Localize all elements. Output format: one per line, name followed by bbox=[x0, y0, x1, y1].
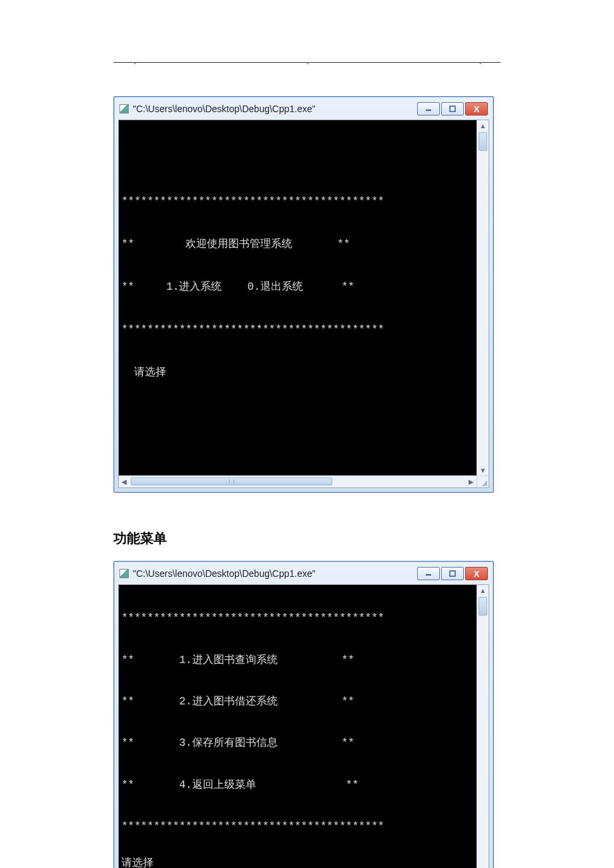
console-border: ****************************************… bbox=[119, 817, 477, 837]
console-line: ** 1.进入系统 0.退出系统 ** bbox=[119, 276, 477, 298]
titlebar[interactable]: "C:\Users\lenovo\Desktop\Debug\Cpp1.exe"… bbox=[118, 566, 489, 584]
close-button[interactable]: X bbox=[465, 102, 488, 116]
console-window-2: "C:\Users\lenovo\Desktop\Debug\Cpp1.exe"… bbox=[113, 561, 494, 868]
maximize-icon bbox=[449, 570, 456, 577]
minimize-button[interactable] bbox=[417, 567, 440, 580]
vertical-scrollbar[interactable]: ▲ ▼ bbox=[477, 585, 489, 868]
console-line bbox=[119, 148, 477, 170]
app-icon bbox=[119, 569, 129, 578]
console-menu-item: ** 3.保存所有图书信息 ** bbox=[119, 733, 477, 754]
header-rule: . . . . . . bbox=[113, 53, 501, 63]
maximize-button[interactable] bbox=[441, 567, 464, 580]
console-prompt: 请选择 bbox=[119, 858, 477, 868]
console-area: ****************************************… bbox=[118, 584, 489, 868]
header-dot: . . bbox=[306, 58, 308, 65]
scroll-up-icon[interactable]: ▲ bbox=[477, 585, 489, 596]
console-area: ****************************************… bbox=[118, 120, 489, 488]
vertical-scrollbar[interactable]: ▲ ▼ bbox=[477, 120, 489, 475]
console-output[interactable]: ****************************************… bbox=[119, 120, 477, 475]
horizontal-scrollbar[interactable]: ◀ ▶ bbox=[119, 475, 477, 487]
scroll-thumb[interactable] bbox=[479, 132, 487, 151]
console-menu-item: ** 1.进入图书查询系统 ** bbox=[119, 650, 477, 671]
app-icon bbox=[119, 104, 129, 114]
header-dot: . . bbox=[133, 58, 135, 65]
scroll-right-icon[interactable]: ▶ bbox=[466, 476, 477, 487]
section-heading-function-menu: 功能菜单 bbox=[113, 529, 501, 548]
close-button[interactable]: X bbox=[465, 567, 488, 580]
scroll-up-icon[interactable]: ▲ bbox=[477, 120, 489, 131]
console-border: ****************************************… bbox=[119, 608, 477, 629]
console-border: ****************************************… bbox=[119, 191, 477, 212]
svg-rect-3 bbox=[450, 571, 455, 576]
svg-rect-1 bbox=[450, 106, 455, 112]
minimize-icon bbox=[425, 570, 432, 577]
console-border: ****************************************… bbox=[119, 319, 477, 341]
minimize-button[interactable] bbox=[417, 102, 440, 116]
console-menu-item: ** 2.进入图书借还系统 ** bbox=[119, 692, 477, 712]
maximize-icon bbox=[449, 105, 456, 112]
scroll-down-icon[interactable]: ▼ bbox=[477, 465, 489, 475]
console-prompt: 请选择 bbox=[119, 362, 477, 383]
scroll-thumb[interactable] bbox=[479, 597, 487, 616]
console-output[interactable]: ****************************************… bbox=[119, 585, 477, 868]
minimize-icon bbox=[425, 105, 432, 112]
scroll-thumb[interactable] bbox=[131, 477, 332, 485]
close-icon: X bbox=[474, 569, 480, 579]
titlebar[interactable]: "C:\Users\lenovo\Desktop\Debug\Cpp1.exe"… bbox=[118, 101, 489, 120]
console-line: ** 欢迎使用图书管理系统 ** bbox=[119, 234, 477, 255]
window-title: "C:\Users\lenovo\Desktop\Debug\Cpp1.exe" bbox=[133, 568, 417, 579]
console-menu-item: ** 4.返回上级菜单 ** bbox=[119, 775, 477, 796]
maximize-button[interactable] bbox=[441, 102, 464, 116]
console-line bbox=[119, 405, 477, 426]
scroll-left-icon[interactable]: ◀ bbox=[119, 476, 129, 487]
console-window-1: "C:\Users\lenovo\Desktop\Debug\Cpp1.exe"… bbox=[113, 96, 494, 493]
close-icon: X bbox=[474, 104, 480, 114]
window-title: "C:\Users\lenovo\Desktop\Debug\Cpp1.exe" bbox=[133, 103, 417, 114]
header-dot: . . bbox=[479, 58, 481, 65]
resize-grip-icon[interactable] bbox=[477, 475, 489, 487]
